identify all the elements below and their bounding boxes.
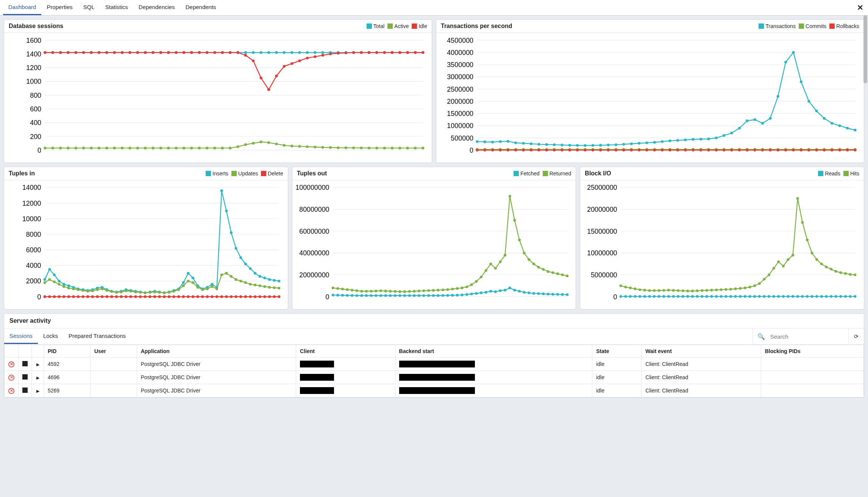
svg-point-417 bbox=[106, 289, 108, 292]
svg-point-664 bbox=[792, 254, 794, 256]
refresh-button[interactable]: ⟳ bbox=[848, 328, 864, 344]
svg-point-396 bbox=[244, 263, 247, 265]
svg-point-467 bbox=[106, 295, 108, 298]
svg-point-631 bbox=[634, 288, 637, 290]
legend-fetched[interactable]: Fetched bbox=[514, 170, 540, 177]
legend-hits[interactable]: Hits bbox=[843, 170, 859, 177]
svg-point-543 bbox=[461, 287, 463, 289]
col-header[interactable] bbox=[32, 345, 44, 358]
chart-tuples-out: 0200000004000000060000000800000001000000… bbox=[296, 183, 572, 305]
legend-inserts[interactable]: Inserts bbox=[206, 170, 228, 177]
col-header[interactable]: Backend start bbox=[395, 345, 592, 358]
scrollbar-thumb[interactable] bbox=[863, 15, 867, 83]
svg-point-106 bbox=[337, 52, 339, 55]
tab-dependencies[interactable]: Dependencies bbox=[133, 0, 180, 15]
cancel-icon[interactable]: ✕ bbox=[8, 388, 14, 394]
svg-point-325 bbox=[761, 149, 764, 152]
col-header[interactable]: PID bbox=[44, 345, 91, 358]
svg-point-529 bbox=[393, 290, 396, 293]
svg-point-421 bbox=[125, 289, 127, 292]
svg-point-661 bbox=[777, 261, 780, 263]
svg-point-555 bbox=[518, 239, 521, 241]
tab-sql[interactable]: SQL bbox=[78, 0, 100, 15]
sa-tab-locks[interactable]: Locks bbox=[38, 329, 63, 344]
col-header[interactable]: User bbox=[90, 345, 137, 358]
svg-point-85 bbox=[175, 51, 178, 54]
svg-point-687 bbox=[663, 295, 665, 298]
svg-point-119 bbox=[52, 147, 54, 149]
legend-active[interactable]: Active bbox=[387, 23, 409, 29]
legend-transactions[interactable]: Transactions bbox=[759, 23, 796, 29]
legend-total[interactable]: Total bbox=[367, 23, 385, 29]
svg-point-611 bbox=[546, 293, 549, 295]
table-row[interactable]: ✕▶4696PostgreSQL JDBC DriveridleClient: … bbox=[5, 371, 864, 384]
svg-text:5000000: 5000000 bbox=[591, 271, 617, 279]
svg-point-429 bbox=[163, 291, 165, 294]
svg-point-657 bbox=[758, 282, 761, 285]
cell-backend bbox=[395, 384, 592, 397]
close-icon[interactable]: ✕ bbox=[857, 3, 863, 12]
legend-returned[interactable]: Returned bbox=[543, 170, 571, 177]
stop-icon[interactable] bbox=[22, 374, 28, 380]
panel-tuples-in: Tuples in Inserts Updates Delete 0200040… bbox=[4, 167, 288, 309]
refresh-icon: ⟳ bbox=[854, 333, 859, 339]
svg-point-212 bbox=[661, 140, 663, 143]
svg-point-638 bbox=[667, 289, 670, 291]
col-header[interactable]: Client bbox=[296, 345, 395, 358]
svg-point-592 bbox=[456, 294, 458, 297]
col-header[interactable]: Blocking PIDs bbox=[761, 345, 863, 358]
svg-point-134 bbox=[167, 147, 170, 149]
tab-statistics[interactable]: Statistics bbox=[100, 0, 133, 15]
expand-icon[interactable]: ▶ bbox=[36, 362, 39, 367]
col-header[interactable]: Application bbox=[137, 345, 296, 358]
panel-title: Block I/O bbox=[585, 170, 611, 177]
svg-point-163 bbox=[391, 147, 393, 149]
tab-properties[interactable]: Properties bbox=[41, 0, 78, 15]
col-header[interactable] bbox=[19, 345, 32, 358]
tab-dashboard[interactable]: Dashboard bbox=[3, 0, 41, 15]
tab-dependents[interactable]: Dependents bbox=[180, 0, 222, 15]
cell-pid: 5269 bbox=[44, 384, 91, 397]
svg-point-685 bbox=[653, 295, 656, 298]
svg-point-489 bbox=[211, 295, 213, 298]
cancel-icon[interactable]: ✕ bbox=[8, 361, 14, 367]
legend-updates[interactable]: Updates bbox=[231, 170, 258, 177]
svg-point-565 bbox=[566, 275, 568, 277]
svg-point-427 bbox=[153, 291, 156, 293]
svg-point-439 bbox=[211, 285, 213, 288]
svg-point-321 bbox=[730, 149, 733, 152]
svg-point-103 bbox=[314, 55, 316, 58]
stop-icon[interactable] bbox=[22, 388, 28, 393]
legend-reads[interactable]: Reads bbox=[818, 170, 840, 177]
svg-text:1600: 1600 bbox=[26, 37, 41, 44]
col-header[interactable]: State bbox=[592, 345, 642, 358]
legend-commits[interactable]: Commits bbox=[799, 23, 826, 29]
svg-point-581 bbox=[403, 294, 406, 297]
col-header[interactable] bbox=[5, 345, 19, 358]
svg-point-211 bbox=[653, 141, 656, 144]
sa-tab-sessions[interactable]: Sessions bbox=[4, 329, 38, 344]
svg-point-96 bbox=[260, 77, 262, 79]
svg-text:1200: 1200 bbox=[26, 64, 41, 72]
legend-delete[interactable]: Delete bbox=[261, 170, 283, 177]
svg-point-686 bbox=[658, 295, 660, 298]
cell-pid: 4592 bbox=[44, 358, 91, 371]
sa-tab-prepared[interactable]: Prepared Transactions bbox=[63, 329, 131, 344]
expand-icon[interactable]: ▶ bbox=[36, 389, 39, 393]
col-header[interactable]: Wait event bbox=[642, 345, 761, 358]
table-row[interactable]: ✕▶4592PostgreSQL JDBC DriveridleClient: … bbox=[5, 358, 864, 371]
legend-rollbacks[interactable]: Rollbacks bbox=[829, 23, 859, 29]
cancel-icon[interactable]: ✕ bbox=[8, 375, 14, 381]
svg-point-670 bbox=[820, 263, 823, 265]
svg-point-337 bbox=[854, 149, 856, 152]
svg-point-603 bbox=[508, 287, 511, 289]
table-row[interactable]: ✕▶5269PostgreSQL JDBC DriveridleClient: … bbox=[5, 384, 864, 397]
legend-idle[interactable]: Idle bbox=[412, 23, 427, 29]
svg-point-151 bbox=[298, 145, 301, 148]
svg-point-53 bbox=[314, 51, 316, 54]
expand-icon[interactable]: ▶ bbox=[36, 375, 39, 380]
svg-point-420 bbox=[120, 291, 123, 293]
search-input[interactable] bbox=[768, 331, 844, 342]
stop-icon[interactable] bbox=[22, 361, 28, 366]
svg-point-136 bbox=[183, 147, 185, 149]
